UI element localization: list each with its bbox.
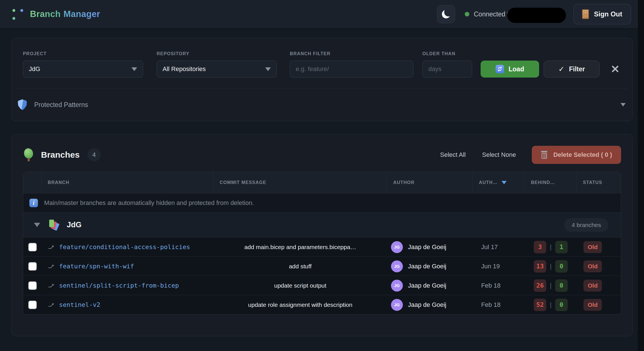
table-row: sentinel-v2 update role assignment with … bbox=[23, 295, 621, 314]
repository-select[interactable]: All Repositories bbox=[157, 61, 277, 78]
authored-date: Jun 19 bbox=[473, 263, 525, 270]
project-select-value: JdG bbox=[29, 65, 40, 73]
group-branch-count-badge: 4 branches bbox=[564, 218, 608, 232]
branch-filter-input[interactable] bbox=[290, 61, 413, 78]
repository-select-value: All Repositories bbox=[163, 65, 206, 73]
authored-date: Feb 18 bbox=[473, 282, 525, 289]
sign-out-label: Sign Out bbox=[594, 10, 622, 18]
sort-desc-icon bbox=[502, 181, 507, 184]
branch-link[interactable]: feature/spn-with-wif bbox=[59, 263, 134, 270]
info-icon: i bbox=[29, 199, 38, 207]
app-logo: BranchManager bbox=[11, 7, 100, 21]
load-button[interactable]: Load bbox=[481, 61, 539, 78]
behind-count-badge: 3 bbox=[534, 241, 546, 253]
status-badge: Old bbox=[584, 241, 602, 253]
branch-link[interactable]: sentinel/split-script-from-bicep bbox=[59, 282, 179, 289]
avatar: JG bbox=[391, 280, 403, 292]
books-icon bbox=[49, 219, 60, 231]
behind-ahead-divider: | bbox=[550, 243, 552, 251]
branches-panel: Branches 4 Select All Select None Delete… bbox=[11, 134, 633, 336]
status-badge: Old bbox=[584, 280, 602, 292]
select-none-button[interactable]: Select None bbox=[482, 151, 516, 159]
load-label: Load bbox=[509, 65, 524, 73]
branch-filter-label: BRANCH FILTER bbox=[290, 51, 413, 56]
row-checkbox[interactable] bbox=[28, 243, 37, 251]
branch-link[interactable]: feature/conditional-access-policies bbox=[59, 243, 190, 251]
avatar: JG bbox=[391, 299, 403, 311]
authored-date: Jul 17 bbox=[473, 243, 525, 251]
column-header-branch[interactable]: BRANCH bbox=[42, 172, 213, 193]
chevron-down-icon bbox=[265, 67, 271, 71]
author-name: Jaap de Goeij bbox=[408, 301, 446, 309]
info-banner: i Main/master branches are automatically… bbox=[23, 193, 621, 212]
column-header-behind-ahead[interactable]: BEHIND… bbox=[525, 172, 577, 193]
branch-arrow-icon bbox=[48, 263, 55, 269]
column-header-checkbox bbox=[23, 172, 42, 193]
row-checkbox[interactable] bbox=[28, 301, 37, 309]
behind-ahead-divider: | bbox=[550, 301, 552, 309]
ahead-count-badge: 0 bbox=[555, 279, 568, 292]
ahead-count-badge: 0 bbox=[555, 260, 568, 273]
chevron-down-icon bbox=[621, 103, 626, 106]
delete-selected-button[interactable]: Delete Selected ( 0 ) bbox=[532, 146, 621, 164]
column-header-author[interactable]: AUTHOR bbox=[387, 172, 473, 193]
protected-patterns-label: Protected Patterns bbox=[34, 101, 88, 109]
older-than-label: OLDER THAN bbox=[422, 51, 472, 56]
status-badge: Old bbox=[584, 260, 602, 272]
protected-patterns-toggle[interactable]: Protected Patterns bbox=[12, 89, 632, 121]
ahead-count-badge: 0 bbox=[555, 299, 568, 311]
delete-selected-label: Delete Selected ( 0 ) bbox=[553, 151, 612, 159]
row-checkbox[interactable] bbox=[28, 281, 37, 290]
branches-table: BRANCH COMMIT MESSAGE AUTHOR AUTH… BEHIN… bbox=[23, 172, 621, 314]
trash-icon bbox=[541, 151, 548, 159]
author-name: Jaap de Goeij bbox=[408, 282, 446, 289]
column-header-commit-message[interactable]: COMMIT MESSAGE bbox=[213, 172, 387, 193]
collapse-triangle-icon[interactable] bbox=[34, 223, 40, 227]
theme-toggle-button[interactable] bbox=[437, 5, 455, 23]
door-icon bbox=[582, 9, 589, 19]
commit-message: update role assignment with description bbox=[213, 301, 387, 308]
group-name: JdG bbox=[67, 221, 82, 229]
filter-label: Filter bbox=[569, 65, 585, 73]
author-name: Jaap de Goeij bbox=[408, 263, 446, 270]
chevron-down-icon bbox=[131, 67, 137, 71]
connection-status: Connected t bbox=[465, 5, 566, 23]
project-select[interactable]: JdG bbox=[23, 61, 143, 78]
connected-dot-icon bbox=[465, 12, 469, 16]
column-header-authored-sorted[interactable]: AUTH… bbox=[473, 172, 525, 193]
scrollbar-track[interactable] bbox=[638, 0, 644, 351]
table-header-row: BRANCH COMMIT MESSAGE AUTHOR AUTH… BEHIN… bbox=[23, 172, 621, 193]
filter-panel: PROJECT JdG REPOSITORY All Repositories … bbox=[11, 38, 633, 121]
branch-link[interactable]: sentinel-v2 bbox=[59, 301, 100, 308]
title-branch: Branch bbox=[30, 9, 61, 19]
check-icon: ✓ bbox=[558, 65, 565, 74]
behind-count-badge: 13 bbox=[534, 260, 546, 273]
authored-header-label: AUTH… bbox=[479, 180, 498, 185]
authored-date: Feb 18 bbox=[473, 301, 525, 309]
connection-text: Connected t bbox=[474, 10, 509, 18]
tree-icon bbox=[23, 148, 34, 161]
branches-count-badge: 4 bbox=[88, 148, 101, 161]
close-icon[interactable] bbox=[610, 64, 620, 74]
select-all-button[interactable]: Select All bbox=[440, 151, 466, 159]
sign-out-button[interactable]: Sign Out bbox=[573, 4, 631, 24]
status-badge: Old bbox=[584, 299, 602, 311]
commit-message: update script output bbox=[213, 282, 387, 289]
info-message: Main/master branches are automatically h… bbox=[44, 199, 254, 207]
behind-ahead-divider: | bbox=[550, 282, 552, 289]
branch-arrow-icon bbox=[48, 302, 55, 308]
branches-title: Branches bbox=[41, 150, 80, 160]
row-checkbox[interactable] bbox=[28, 262, 37, 271]
page-title: BranchManager bbox=[30, 9, 100, 19]
column-header-status[interactable]: STATUS bbox=[577, 172, 621, 193]
commit-message: add main.bicep and parameters.biceppa… bbox=[213, 244, 387, 251]
avatar: JG bbox=[391, 260, 403, 272]
title-manager: Manager bbox=[64, 9, 100, 19]
table-row: feature/spn-with-wif add stuff JG Jaap d… bbox=[23, 256, 621, 276]
older-than-input[interactable] bbox=[422, 61, 472, 78]
avatar: JG bbox=[391, 241, 403, 253]
behind-count-badge: 26 bbox=[534, 279, 546, 292]
project-group-row[interactable]: JdG 4 branches bbox=[23, 212, 621, 237]
table-row: sentinel/split-script-from-bicep update … bbox=[23, 276, 621, 295]
filter-button[interactable]: ✓ Filter bbox=[544, 61, 600, 78]
